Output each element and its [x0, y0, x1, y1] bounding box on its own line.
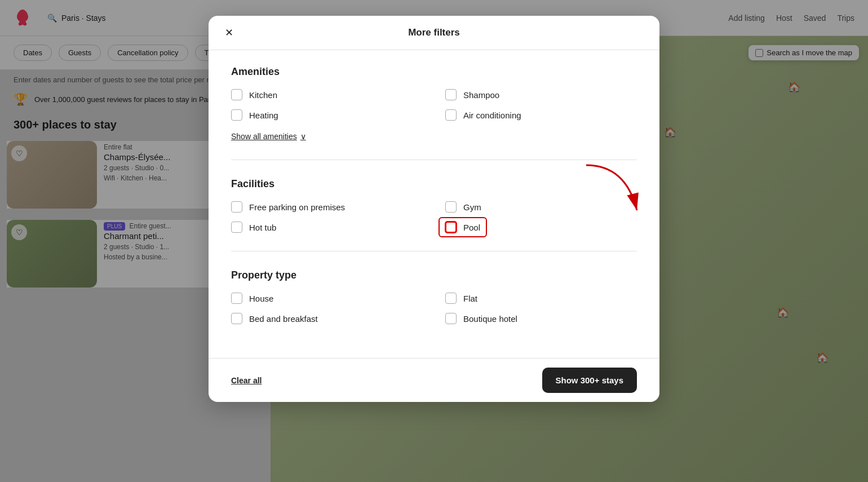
air-conditioning-checkbox[interactable]: [445, 109, 457, 121]
property-type-grid: House Flat Bed and breakfast Boutique ho…: [231, 293, 637, 324]
shampoo-label: Shampoo: [463, 90, 499, 100]
more-filters-modal: ✕ More filters Amenities Kitchen Shampoo…: [209, 16, 659, 402]
property-type-section: Property type House Flat Bed and breakfa…: [231, 251, 637, 324]
heating-label: Heating: [249, 110, 278, 120]
free-parking-checkbox[interactable]: [231, 201, 242, 213]
modal-title: More filters: [408, 27, 460, 38]
hot-tub-checkbox[interactable]: [231, 222, 242, 233]
close-icon: ✕: [225, 26, 233, 39]
modal-footer: Clear all Show 300+ stays: [209, 358, 659, 402]
amenities-grid: Kitchen Shampoo Heating Air conditioning: [231, 89, 637, 121]
kitchen-label: Kitchen: [249, 90, 277, 100]
amenity-kitchen[interactable]: Kitchen: [231, 89, 423, 100]
property-boutique-hotel[interactable]: Boutique hotel: [445, 313, 637, 324]
facilities-section: Facilities Free parking on premises Gym …: [231, 160, 637, 233]
clear-all-button[interactable]: Clear all: [231, 376, 262, 385]
boutique-hotel-label: Boutique hotel: [463, 314, 517, 324]
pool-checkbox[interactable]: [445, 222, 457, 233]
pool-label: Pool: [463, 223, 480, 232]
show-stays-button[interactable]: Show 300+ stays: [542, 368, 637, 393]
amenity-air-conditioning[interactable]: Air conditioning: [445, 109, 637, 121]
air-conditioning-label: Air conditioning: [463, 110, 521, 120]
amenities-title: Amenities: [231, 66, 637, 78]
kitchen-checkbox[interactable]: [231, 89, 242, 100]
facility-free-parking[interactable]: Free parking on premises: [231, 201, 423, 213]
house-checkbox[interactable]: [231, 293, 242, 304]
chevron-down-icon: ∨: [300, 132, 306, 141]
amenities-section: Amenities Kitchen Shampoo Heating Air co…: [231, 66, 637, 141]
red-arrow: [581, 160, 654, 227]
facility-gym[interactable]: Gym: [445, 201, 637, 213]
bnb-label: Bed and breakfast: [249, 314, 318, 324]
property-bnb[interactable]: Bed and breakfast: [231, 313, 423, 324]
flat-label: Flat: [463, 294, 477, 303]
facility-hot-tub[interactable]: Hot tub: [231, 222, 423, 233]
show-all-amenities-link[interactable]: Show all amenities ∨: [231, 132, 306, 141]
modal-close-button[interactable]: ✕: [220, 24, 238, 42]
property-house[interactable]: House: [231, 293, 423, 304]
modal-body[interactable]: Amenities Kitchen Shampoo Heating Air co…: [209, 50, 659, 358]
gym-checkbox[interactable]: [445, 201, 457, 213]
amenity-shampoo[interactable]: Shampoo: [445, 89, 637, 100]
facility-pool[interactable]: Pool: [445, 222, 637, 233]
bnb-checkbox[interactable]: [231, 313, 242, 324]
flat-checkbox[interactable]: [445, 293, 457, 304]
gym-label: Gym: [463, 202, 481, 212]
show-all-amenities-text: Show all amenities: [231, 132, 297, 141]
property-flat[interactable]: Flat: [445, 293, 637, 304]
hot-tub-label: Hot tub: [249, 223, 276, 232]
facilities-title: Facilities: [231, 178, 637, 190]
boutique-hotel-checkbox[interactable]: [445, 313, 457, 324]
amenity-heating[interactable]: Heating: [231, 109, 423, 121]
heating-checkbox[interactable]: [231, 109, 242, 121]
house-label: House: [249, 294, 273, 303]
property-type-title: Property type: [231, 269, 637, 281]
shampoo-checkbox[interactable]: [445, 89, 457, 100]
free-parking-label: Free parking on premises: [249, 202, 345, 212]
facilities-grid: Free parking on premises Gym Hot tub Poo…: [231, 201, 637, 233]
modal-header: ✕ More filters: [209, 16, 659, 50]
